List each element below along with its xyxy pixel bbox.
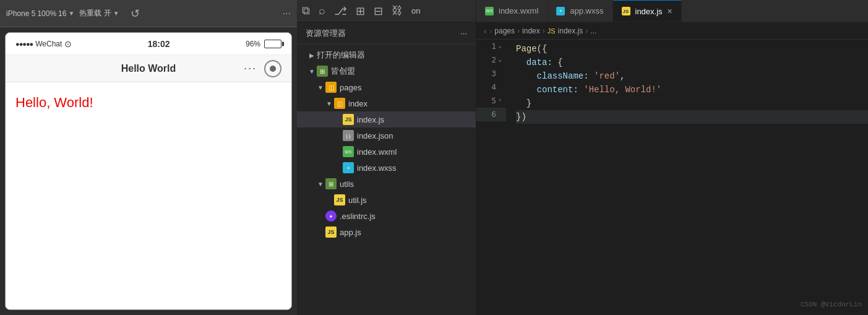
json-icon: {.} (343, 130, 354, 141)
gutter-line-3: 3 (476, 67, 506, 80)
line-number: 6 (481, 108, 496, 121)
sidebar-item-index-wxss[interactable]: ≡ index.wxss (297, 160, 476, 176)
folder-icon: ⊞ (325, 178, 337, 189)
breadcrumb: ‹ › pages › index › JS index.js › ... (476, 22, 868, 40)
fold-icon[interactable] (496, 40, 504, 53)
sidebar-item-eslintrc[interactable]: ● .eslintrc.js (297, 208, 476, 224)
code-token: 'Hello, World!' (583, 83, 661, 97)
line-number: 5 (481, 94, 496, 108)
js-tab-icon: JS (622, 7, 630, 15)
folder-icon: ◫ (325, 82, 337, 93)
code-line-2: data: { (516, 56, 868, 69)
battery-percent: 96% (246, 40, 260, 48)
watermark: CSDN @VicdorLin (801, 298, 862, 311)
eslint-icon: ● (325, 210, 337, 222)
fold-icon[interactable] (496, 94, 504, 108)
line-number: 4 (481, 80, 496, 94)
sidebar-item-index-json[interactable]: {.} index.json (297, 127, 476, 144)
device-selector[interactable]: iPhone 5 100% 16 ▼ (6, 9, 74, 18)
sidebar-item-util-js[interactable]: JS util.js (297, 192, 476, 208)
sidebar-item-project-root[interactable]: ⊞ 皆创盟 (297, 63, 476, 79)
nav-back-icon[interactable]: ‹ (484, 26, 487, 36)
arrow-icon (307, 52, 317, 59)
code-line-1: Page({ (516, 42, 868, 56)
code-line-4: content: 'Hello, World!' (516, 83, 868, 97)
tab-label: index.wxml (499, 6, 538, 15)
status-left: ●●●●● WeChat ⊙ (15, 39, 72, 49)
code-token (516, 69, 537, 83)
nav-forward-icon[interactable]: › (489, 26, 492, 36)
code-token (516, 83, 537, 97)
arrow-icon (324, 100, 334, 107)
sidebar-item-pages[interactable]: ◫ pages (297, 79, 476, 95)
refresh-icon[interactable]: ↺ (131, 7, 140, 20)
line-number: 1 (481, 40, 496, 53)
tab-label: index.js (635, 7, 663, 16)
phone-status-bar: ●●●●● WeChat ⊙ 18:02 96% (6, 33, 291, 55)
breadcrumb-js-icon: JS (548, 27, 556, 35)
wxss-tab-icon: ≡ (556, 7, 565, 15)
breadcrumb-index[interactable]: index (522, 27, 540, 35)
wxml-tab-icon: WX (485, 7, 494, 15)
carrier-label: WeChat (35, 40, 62, 48)
separator: › (585, 27, 588, 35)
code-content[interactable]: Page({ data: { className: 'red', content… (506, 40, 868, 315)
sidebar-item-utils[interactable]: ⊞ utils (297, 176, 476, 192)
phone-content: Hello, World! (6, 82, 291, 309)
phone-nav-bar: Hello World ··· (6, 55, 291, 82)
tab-index-wxml[interactable]: WX index.wxml (476, 0, 548, 22)
status-time: 18:02 (148, 39, 170, 49)
split-icon[interactable]: ⊞ (356, 4, 365, 18)
phone-panel: iPhone 5 100% 16 ▼ 热重载 开 ▼ ↺ ··· ●●●●● W… (0, 0, 297, 315)
more-icon[interactable]: ··· (283, 8, 291, 19)
hot-reload-toggle[interactable]: 热重载 开 ▼ (79, 8, 119, 19)
code-token: data (526, 56, 548, 69)
dev-toolbar: iPhone 5 100% 16 ▼ 热重载 开 ▼ ↺ ··· (0, 0, 297, 27)
signal-icon: ●●●●● (15, 40, 33, 48)
wxml-icon: WX (343, 146, 354, 157)
sidebar-item-app-js[interactable]: JS app.js (297, 224, 476, 240)
sidebar-item-index-js[interactable]: JS index.js (297, 111, 476, 127)
tab-index-js[interactable]: JS index.js × (613, 0, 682, 22)
hot-reload-label: 热重载 开 (79, 8, 111, 19)
breadcrumb-more[interactable]: ... (590, 27, 596, 35)
record-icon[interactable] (264, 60, 281, 77)
editor-panel: WX index.wxml ≡ app.wxss JS index.js × ‹… (476, 0, 868, 315)
line-gutter: 1 2 3 4 5 6 (476, 40, 506, 315)
folder-icon: ◫ (334, 98, 345, 109)
wifi-icon: ⊙ (64, 39, 72, 49)
sidebar-item-open-editors[interactable]: 打开的编辑器 (297, 47, 476, 63)
sidebar-item-index-wxml[interactable]: WX index.wxml (297, 144, 476, 160)
chevron-down-icon: ▼ (68, 10, 74, 17)
device-name: iPhone 5 (6, 9, 35, 18)
file-icon[interactable]: ⧉ (302, 4, 310, 17)
file-explorer: ⧉ ⌕ ⎇ ⊞ ⊟ ⛓ on 资源管理器 ··· 打开的编辑器 ⊞ 皆创盟 ◫ … (297, 0, 476, 315)
code-token: : { (547, 56, 562, 69)
breadcrumb-pages[interactable]: pages (494, 27, 515, 35)
git-icon[interactable]: ⎇ (334, 4, 347, 18)
explorer-toolbar: ⧉ ⌕ ⎇ ⊞ ⊟ ⛓ on (297, 0, 476, 22)
close-icon[interactable]: × (668, 7, 672, 15)
grid-icon[interactable]: ⊟ (374, 4, 383, 18)
tab-app-wxss[interactable]: ≡ app.wxss (548, 0, 612, 22)
code-token: : (573, 83, 583, 97)
breadcrumb-index-js[interactable]: index.js (558, 27, 583, 35)
phone-screen: ●●●●● WeChat ⊙ 18:02 96% Hello World ··· (5, 32, 292, 310)
js-icon: JS (334, 194, 345, 205)
search-icon[interactable]: ⌕ (319, 4, 325, 17)
deploy-icon[interactable]: ⛓ (392, 4, 403, 17)
explorer-more-icon[interactable]: ··· (460, 28, 467, 38)
gutter-line-6: 6 (476, 108, 506, 121)
code-token: 'red' (594, 69, 620, 83)
sidebar-item-index-folder[interactable]: ◫ index (297, 95, 476, 111)
status-right: 96% (246, 40, 281, 48)
hello-world-text: Hello, World! (15, 95, 93, 110)
nav-icons: ··· (244, 60, 281, 77)
code-line-3: className: 'red', (516, 69, 868, 83)
code-line-5: } (516, 97, 868, 110)
gutter-line-1: 1 (476, 40, 506, 53)
gutter-line-4: 4 (476, 80, 506, 94)
line-number: 3 (481, 67, 496, 80)
more-options-icon[interactable]: ··· (244, 62, 257, 75)
fold-icon[interactable] (496, 53, 504, 67)
